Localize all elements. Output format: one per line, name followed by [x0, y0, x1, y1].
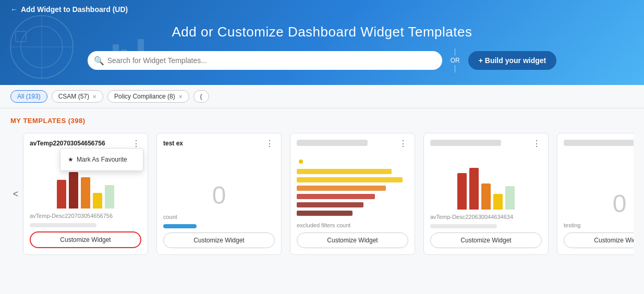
or-label: OR: [451, 57, 460, 64]
legend-dot-1: [299, 160, 303, 164]
card-1-footer: Customize Widget: [30, 223, 141, 248]
card-4-skeleton: [430, 224, 497, 228]
mark-favourite-label: Mark As Favourite: [77, 156, 127, 163]
card-4-menu-button[interactable]: ⋮: [531, 140, 542, 148]
card-2-title: test ex: [163, 140, 264, 148]
section-title: MY TEMPLATES (398): [10, 117, 634, 125]
card-5-header: ⋮: [564, 140, 634, 151]
main-content: MY TEMPLATES (398) < avTemp2207030546567…: [0, 108, 644, 294]
bar-4-5: [505, 186, 515, 210]
filter-tag-policy[interactable]: Policy Compliance (8) ✕: [107, 90, 189, 103]
bar-1-1: [57, 180, 66, 209]
bar-4-2: [469, 168, 479, 210]
card-1-customize-button[interactable]: Customize Widget: [30, 231, 141, 248]
card-3-customize-button[interactable]: Customize Widget: [297, 232, 408, 248]
card-1-menu-button[interactable]: ⋮: [131, 140, 141, 148]
back-arrow-icon: ←: [10, 5, 18, 14]
bar-4-3: [481, 183, 491, 210]
bar-1-5: [105, 185, 114, 209]
card-2-header: test ex ⋮: [163, 140, 275, 148]
card-2-number: 0: [212, 181, 226, 210]
cards-wrapper: < avTemp220703054656756 ⋮ ★ Mark As Favo…: [10, 133, 634, 255]
filter-tag-csam-close[interactable]: ✕: [92, 94, 96, 100]
card-5-title-skeleton: [564, 140, 634, 146]
bar-4-1: [457, 173, 467, 210]
bar-1-3: [81, 177, 90, 209]
filter-tag-csam[interactable]: CSAM (57) ✕: [52, 90, 103, 103]
bar-chart-1: [53, 167, 118, 209]
card-5-desc: testing: [564, 222, 634, 228]
bar-4-4: [493, 194, 503, 210]
card-4-title-skeleton: [430, 140, 501, 146]
bar-chart-4: [453, 168, 519, 210]
card-2-skeleton: [163, 224, 197, 228]
filter-tag-all-label: All (193): [17, 93, 41, 100]
card-3-customize-label: Customize Widget: [327, 237, 378, 244]
cards-scroll: avTemp220703054656756 ⋮ ★ Mark As Favour…: [23, 133, 634, 255]
card-2-desc: count: [163, 214, 275, 220]
card-3-preview: [297, 155, 408, 218]
h-bar-3-1: [297, 169, 392, 174]
filter-bar: All (193) CSAM (57) ✕ Policy Compliance …: [0, 85, 644, 108]
filter-tag-more-icon: (: [200, 93, 202, 100]
search-container: 🔍: [88, 51, 442, 70]
card-1-customize-label: Customize Widget: [60, 236, 111, 243]
h-bar-chart-3: [297, 167, 408, 218]
nav-arrow-left[interactable]: <: [10, 133, 21, 255]
bar-1-4: [93, 193, 102, 209]
card-4-header: ⋮: [430, 140, 542, 151]
header-top-bar: ← Add Widget to Dashboard (UD): [0, 0, 644, 19]
widget-card-2: test ex ⋮ 0 count Customize Widget: [156, 133, 282, 255]
h-bar-3-3: [297, 186, 386, 191]
card-2-customize-label: Customize Widget: [193, 237, 244, 244]
card-3-menu-button[interactable]: ⋮: [398, 140, 408, 148]
card-1-skeleton: [30, 223, 96, 227]
search-icon: 🔍: [94, 56, 104, 66]
widget-card-4: ⋮ avTemp-Desc220630044634634 Custom: [423, 133, 549, 255]
card-2-footer: Customize Widget: [163, 224, 275, 248]
search-row: 🔍 OR + Build your widget: [0, 48, 644, 85]
card-1-dropdown: ★ Mark As Favourite: [60, 148, 143, 171]
card-3-footer: Customize Widget: [297, 232, 408, 248]
card-1-header: avTemp220703054656756 ⋮: [30, 140, 141, 148]
card-1-desc: avTemp-Desc220703054656756: [30, 213, 141, 219]
h-bar-3-2: [297, 177, 403, 182]
widget-card-3: ⋮ excluded filters: [290, 133, 415, 255]
card-2-customize-button[interactable]: Customize Widget: [163, 232, 275, 248]
build-widget-label: + Build your widget: [479, 56, 546, 65]
card-4-customize-button[interactable]: Customize Widget: [430, 232, 542, 248]
bar-1-2: [69, 172, 78, 209]
build-widget-button[interactable]: + Build your widget: [468, 51, 557, 70]
card-5-customize-button[interactable]: Customize Widget: [564, 232, 634, 248]
filter-tag-policy-label: Policy Compliance (8): [114, 93, 175, 100]
back-label: Add Widget to Dashboard (UD): [21, 5, 128, 14]
card-3-header: ⋮: [297, 140, 408, 151]
search-input[interactable]: [88, 51, 442, 70]
card-2-preview: 0: [163, 152, 275, 210]
card-5-footer: Customize Widget: [564, 232, 634, 248]
widget-card-5: ⋮ 0 testing Customize Widget: [557, 133, 634, 255]
filter-tag-more[interactable]: (: [193, 90, 209, 103]
back-button[interactable]: ← Add Widget to Dashboard (UD): [10, 5, 128, 14]
page-header: ← Add Widget to Dashboard (UD) Add or Cu…: [0, 0, 644, 85]
filter-tag-csam-label: CSAM (57): [58, 93, 89, 100]
card-3-desc: excluded filters count: [297, 222, 408, 228]
card-2-menu-button[interactable]: ⋮: [264, 140, 275, 148]
filter-tag-all[interactable]: All (193): [10, 90, 47, 103]
mark-favourite-item[interactable]: ★ Mark As Favourite: [60, 152, 143, 167]
page-title: Add or Customize Dashboard Widget Templa…: [0, 19, 644, 48]
card-1-title: avTemp220703054656756: [30, 140, 131, 148]
star-icon: ★: [68, 156, 74, 163]
filter-tag-policy-close[interactable]: ✕: [178, 94, 183, 100]
h-bar-3-5: [297, 202, 363, 207]
card-4-preview: [430, 155, 542, 210]
card-5-preview: 0: [564, 155, 634, 218]
card-4-desc: avTemp-Desc220630044634634: [430, 214, 542, 220]
card-5-customize-label: Customize Widget: [594, 237, 634, 244]
card-4-footer: Customize Widget: [430, 224, 542, 248]
or-divider: OR: [451, 48, 460, 72]
widget-card-1: avTemp220703054656756 ⋮ ★ Mark As Favour…: [23, 133, 148, 255]
card-3-title-skeleton: [297, 140, 368, 146]
h-bar-3-6: [297, 211, 353, 216]
card-4-customize-label: Customize Widget: [460, 237, 511, 244]
